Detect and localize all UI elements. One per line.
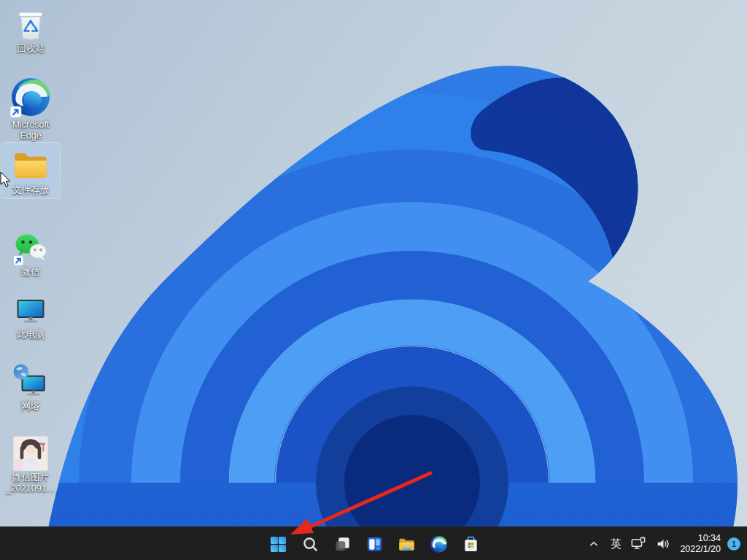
start-icon	[269, 535, 287, 553]
chevron-up-icon	[587, 537, 601, 551]
microsoft-store-button[interactable]	[454, 527, 487, 560]
shortcut-arrow-icon	[10, 106, 21, 117]
speaker-icon	[655, 536, 671, 552]
search-icon	[301, 535, 320, 553]
notification-badge[interactable]: 1	[727, 537, 740, 551]
network-icon	[12, 363, 49, 400]
this-pc-icon	[14, 295, 47, 328]
edge-button[interactable]	[422, 527, 454, 560]
desktop-icon-file-storage-folder[interactable]: 文件存放	[1, 143, 60, 198]
desktop-icon-label: 微信	[22, 267, 40, 278]
shortcut-arrow-icon	[14, 256, 24, 266]
clock-time: 10:34	[698, 533, 721, 544]
taskbar-center-buttons	[262, 527, 487, 560]
ime-indicator[interactable]: 英	[608, 529, 624, 559]
desktop: 回收站 Microsoft Edge 文件存放	[0, 0, 747, 560]
wallpaper-bloom	[0, 0, 747, 560]
edge-icon	[430, 535, 448, 553]
desktop-icon-label: 微信图片 _2021091…	[6, 472, 55, 494]
search-button[interactable]	[294, 527, 326, 560]
wechat-icon	[13, 230, 48, 265]
system-tray: 英 10:34 2022/1	[584, 527, 747, 560]
widgets-button[interactable]	[358, 527, 390, 560]
desktop-icon-recycle-bin[interactable]: 回收站	[1, 4, 60, 57]
desktop-icon-network[interactable]: 网络	[1, 360, 60, 414]
recycle-bin-icon	[14, 7, 47, 42]
clock[interactable]: 10:34 2022/1/20	[678, 529, 723, 559]
clock-date: 2022/1/20	[680, 544, 721, 555]
folder-icon	[12, 146, 50, 184]
file-explorer-icon	[398, 535, 416, 553]
taskbar: 英 10:34 2022/1	[0, 526, 747, 560]
edge-icon	[9, 76, 52, 118]
desktop-icon-label: 回收站	[17, 44, 44, 55]
desktop-icon-label: 文件存放	[12, 185, 49, 196]
image-thumbnail	[13, 436, 48, 471]
desktop-icon-wechat-image[interactable]: 微信图片 _2021091…	[1, 433, 60, 497]
desktop-icon-this-pc[interactable]: 此电脑	[1, 292, 60, 343]
desktop-icon-label: 网络	[22, 401, 40, 412]
network-tray-button[interactable]	[628, 529, 649, 559]
start-button[interactable]	[262, 527, 294, 560]
desktop-icon-microsoft-edge[interactable]: Microsoft Edge	[1, 73, 60, 144]
task-view-icon	[333, 535, 352, 553]
volume-tray-button[interactable]	[653, 529, 673, 559]
microsoft-store-icon	[462, 535, 480, 553]
tray-overflow-button[interactable]	[584, 529, 603, 559]
file-explorer-button[interactable]	[390, 527, 422, 560]
desktop-icon-label: 此电脑	[17, 330, 44, 341]
widgets-icon	[365, 535, 384, 553]
desktop-icon-label: Microsoft Edge	[12, 120, 50, 141]
task-view-button[interactable]	[326, 527, 358, 560]
desktop-icon-wechat[interactable]: 微信	[1, 228, 60, 280]
ethernet-icon	[630, 536, 646, 552]
